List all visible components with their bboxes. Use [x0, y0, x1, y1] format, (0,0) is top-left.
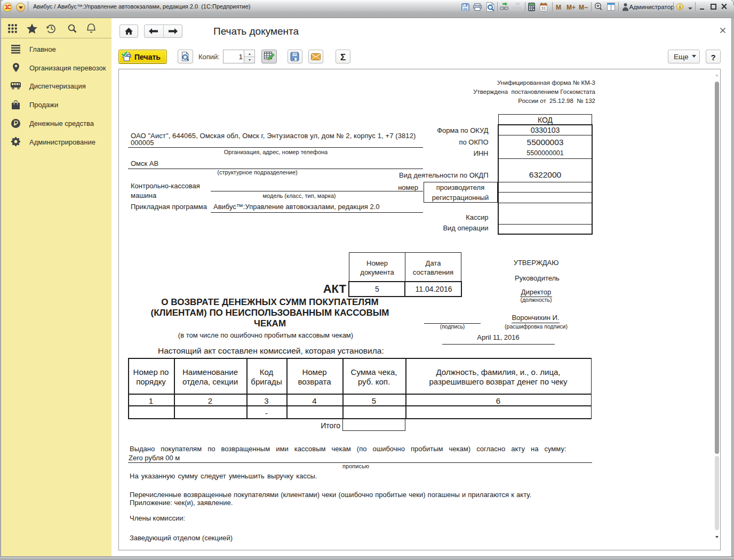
svg-text:31: 31: [541, 6, 546, 11]
svg-text:i: i: [679, 4, 681, 10]
